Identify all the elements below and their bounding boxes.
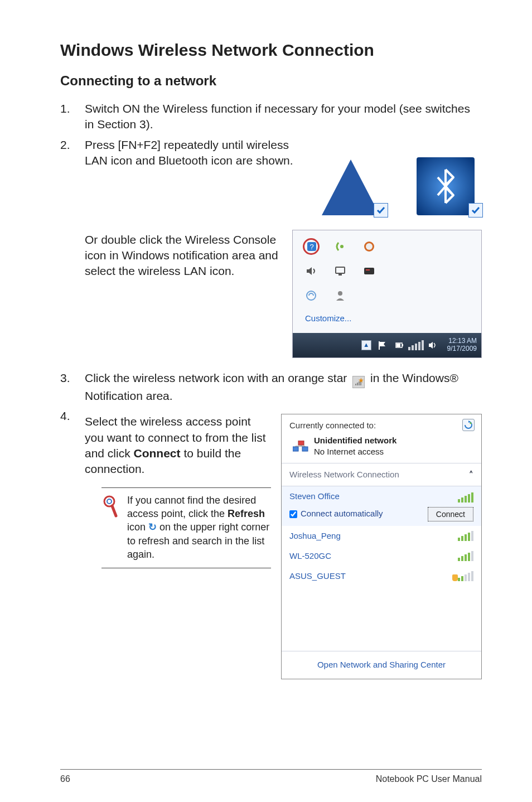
monitor-icon[interactable] bbox=[332, 263, 349, 279]
access-point-selected[interactable]: Steven Office Connect automatically Conn… bbox=[282, 486, 481, 525]
signal-icon bbox=[458, 531, 473, 541]
svg-point-9 bbox=[307, 291, 316, 300]
clock-date: 9/17/2009 bbox=[447, 345, 477, 352]
svg-rect-22 bbox=[302, 447, 308, 451]
section-heading: Connecting to a network bbox=[60, 72, 482, 90]
volume-icon[interactable] bbox=[303, 263, 320, 279]
ap-name: Joshua_Peng bbox=[289, 530, 341, 542]
ap-name: Steven Office bbox=[289, 491, 340, 502]
svg-rect-5 bbox=[336, 267, 345, 273]
footer-label: Notebook PC User Manual bbox=[376, 773, 482, 785]
open-network-center-link[interactable]: Open Network and Sharing Center bbox=[282, 651, 481, 678]
tray-icon[interactable] bbox=[332, 238, 349, 255]
tray-icon[interactable] bbox=[361, 238, 378, 255]
ap-name: ASUS_GUEST bbox=[289, 571, 346, 582]
signal-icon bbox=[458, 491, 473, 502]
svg-point-2 bbox=[340, 245, 344, 248]
step-text: Switch ON the Wireless function if neces… bbox=[85, 101, 482, 133]
step-text: Click the wireless network icon with an … bbox=[85, 370, 482, 404]
refresh-icon: ↻ bbox=[148, 520, 157, 534]
svg-rect-12 bbox=[402, 344, 403, 346]
tray-icon[interactable] bbox=[303, 287, 320, 304]
svg-point-19 bbox=[107, 499, 112, 504]
checkbox[interactable] bbox=[289, 510, 297, 518]
note-box: If you cannot find the desired access po… bbox=[101, 487, 271, 568]
step-text: Select the wireless access point you wan… bbox=[85, 414, 271, 477]
step-number: 3. bbox=[60, 370, 85, 404]
checkmark-icon bbox=[374, 203, 388, 218]
network-icon bbox=[293, 441, 308, 452]
step-text: Or double click the Wireless Console ico… bbox=[85, 230, 284, 358]
svg-rect-20 bbox=[298, 441, 304, 445]
flag-icon[interactable] bbox=[377, 340, 388, 351]
svg-rect-6 bbox=[338, 274, 342, 276]
note-text: If you cannot find the desired access po… bbox=[127, 494, 271, 561]
refresh-button[interactable] bbox=[462, 419, 475, 431]
svg-rect-21 bbox=[293, 447, 298, 451]
connect-auto-checkbox[interactable]: Connect automatically bbox=[289, 508, 383, 519]
network-star-icon: ★ bbox=[352, 376, 365, 388]
checkmark-icon bbox=[468, 203, 483, 218]
tray-icon[interactable] bbox=[332, 287, 349, 304]
tray-expand-icon[interactable]: ▲ bbox=[361, 340, 371, 350]
step-text: Press [FN+F2] repeatedly until wireless … bbox=[85, 137, 298, 169]
svg-rect-8 bbox=[366, 269, 370, 270]
svg-point-10 bbox=[338, 291, 342, 296]
system-tray-popup: ? bbox=[292, 230, 482, 358]
access-point[interactable]: WL-520GC bbox=[282, 546, 481, 566]
taskbar: ▲ 12:13 A bbox=[293, 333, 481, 357]
svg-point-4 bbox=[366, 243, 373, 250]
step-number: 2. bbox=[60, 137, 85, 358]
bluetooth-icon bbox=[409, 137, 482, 215]
wireless-section-header[interactable]: Wireless Network Connection ˄ bbox=[282, 463, 481, 486]
clock-time: 12:13 AM bbox=[448, 337, 477, 345]
svg-text:?: ? bbox=[309, 243, 313, 251]
volume-icon[interactable] bbox=[427, 340, 438, 351]
page-number: 66 bbox=[60, 773, 70, 785]
flyout-heading: Currently connected to: bbox=[289, 420, 473, 431]
ap-name: WL-520GC bbox=[289, 550, 331, 562]
wlan-icon bbox=[315, 137, 387, 215]
connection-status: Unidentified network No Internet access bbox=[314, 435, 396, 458]
network-tray-icon[interactable] bbox=[410, 340, 422, 351]
svg-rect-7 bbox=[364, 268, 374, 274]
step-number: 1. bbox=[60, 101, 85, 133]
power-icon[interactable] bbox=[394, 340, 405, 351]
network-flyout: Currently connected to: Unidentified net… bbox=[281, 414, 482, 679]
wireless-console-icon[interactable]: ? bbox=[303, 238, 320, 255]
page-title: Windows Wireless Network Connection bbox=[60, 39, 482, 62]
customize-link[interactable]: Customize... bbox=[303, 312, 471, 330]
signal-icon bbox=[458, 571, 473, 581]
access-point[interactable]: Joshua_Peng bbox=[282, 526, 481, 546]
step-number: 4. bbox=[60, 408, 85, 679]
connect-button[interactable]: Connect bbox=[428, 507, 473, 521]
svg-rect-14 bbox=[355, 384, 356, 385]
tray-icon[interactable] bbox=[361, 263, 378, 279]
signal-icon bbox=[458, 551, 473, 561]
svg-rect-13 bbox=[396, 344, 400, 347]
access-point[interactable]: ASUS_GUEST bbox=[282, 566, 481, 586]
magnifier-icon bbox=[103, 494, 122, 561]
chevron-up-icon: ˄ bbox=[469, 469, 473, 480]
taskbar-clock[interactable]: 12:13 AM 9/17/2009 bbox=[444, 337, 477, 353]
